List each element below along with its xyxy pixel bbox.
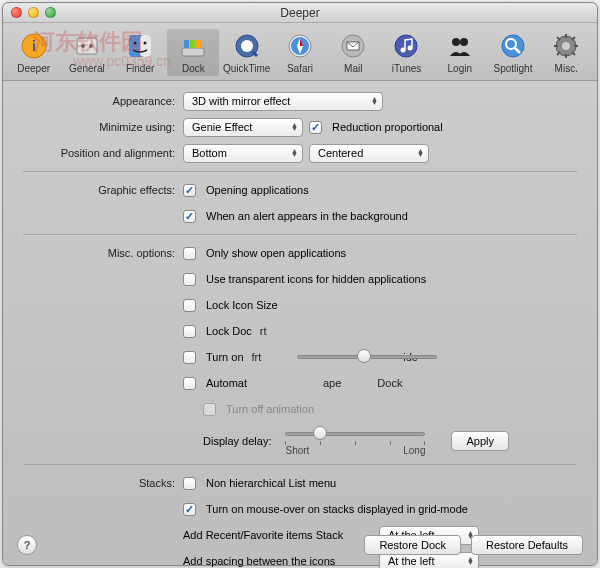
titlebar: Deeper bbox=[3, 3, 597, 23]
reduction-checkbox[interactable] bbox=[309, 121, 322, 134]
content-area: Appearance: 3D with mirror effect ▲▼ Min… bbox=[3, 81, 597, 568]
appearance-select[interactable]: 3D with mirror effect ▲▼ bbox=[183, 92, 383, 111]
mail-icon bbox=[338, 31, 368, 61]
turn-off-anim-label: Turn off animation bbox=[226, 403, 314, 415]
svg-text:i: i bbox=[32, 38, 36, 54]
text-fragment: frt bbox=[252, 351, 262, 363]
preferences-window: Deeper 河东软件园 www.pc0359.cn i Deeper Gene… bbox=[2, 2, 598, 566]
svg-line-34 bbox=[572, 37, 575, 40]
turn-off-anim-checkbox bbox=[203, 403, 216, 416]
svg-rect-6 bbox=[140, 35, 151, 57]
svg-point-14 bbox=[241, 40, 253, 52]
lock-dock-checkbox[interactable] bbox=[183, 325, 196, 338]
tab-misc[interactable]: Misc. bbox=[540, 29, 592, 76]
tab-general[interactable]: General bbox=[61, 29, 113, 76]
minimize-select[interactable]: Genie Effect ▲▼ bbox=[183, 118, 303, 137]
finder-icon bbox=[125, 31, 155, 61]
position-label: Position and alignment: bbox=[23, 147, 183, 159]
transparent-label: Use transparent icons for hidden applica… bbox=[206, 273, 426, 285]
stacks-label: Stacks: bbox=[23, 477, 183, 489]
slider-labels: Short Long bbox=[285, 445, 425, 456]
restore-defaults-button[interactable]: Restore Defaults bbox=[471, 535, 583, 555]
svg-rect-10 bbox=[184, 40, 189, 48]
deeper-icon: i bbox=[19, 31, 49, 61]
lock-dock-label: Lock Doc bbox=[206, 325, 252, 337]
tab-finder[interactable]: Finder bbox=[114, 29, 166, 76]
mouseover-checkbox[interactable] bbox=[183, 503, 196, 516]
safari-icon bbox=[285, 31, 315, 61]
gear-icon bbox=[551, 31, 581, 61]
divider bbox=[23, 171, 577, 172]
tab-dock[interactable]: Dock bbox=[167, 29, 219, 76]
chevron-updown-icon: ▲▼ bbox=[291, 123, 298, 131]
general-icon bbox=[72, 31, 102, 61]
tab-deeper[interactable]: i Deeper bbox=[8, 29, 60, 76]
zoom-button[interactable] bbox=[45, 7, 56, 18]
svg-point-24 bbox=[502, 35, 524, 57]
svg-point-19 bbox=[395, 35, 417, 57]
display-delay-slider[interactable] bbox=[285, 425, 425, 443]
chevron-updown-icon: ▲▼ bbox=[291, 149, 298, 157]
turn-on-label: Turn on bbox=[206, 351, 244, 363]
chevron-updown-icon: ▲▼ bbox=[417, 149, 424, 157]
tab-itunes[interactable]: iTunes bbox=[380, 29, 432, 76]
only-open-label: Only show open applications bbox=[206, 247, 346, 259]
apply-button[interactable]: Apply bbox=[451, 431, 509, 451]
reduction-label: Reduction proportional bbox=[332, 121, 443, 133]
lock-size-checkbox[interactable] bbox=[183, 299, 196, 312]
position-select[interactable]: Bottom ▲▼ bbox=[183, 144, 303, 163]
tab-quicktime[interactable]: QuickTime bbox=[221, 29, 273, 76]
footer: ? Restore Dock Restore Defaults bbox=[17, 535, 583, 555]
opening-apps-checkbox[interactable] bbox=[183, 184, 196, 197]
lock-size-label: Lock Icon Size bbox=[206, 299, 278, 311]
window-title: Deeper bbox=[3, 6, 597, 20]
add-spacing-label: Add spacing between the icons bbox=[183, 555, 373, 567]
spotlight-icon bbox=[498, 31, 528, 61]
help-button[interactable]: ? bbox=[17, 535, 37, 555]
svg-point-22 bbox=[452, 38, 460, 46]
only-open-checkbox[interactable] bbox=[183, 247, 196, 260]
hide-slider[interactable] bbox=[297, 348, 437, 366]
alert-bg-label: When an alert appears in the background bbox=[206, 210, 408, 222]
graphic-label: Graphic effects: bbox=[23, 184, 183, 196]
svg-line-35 bbox=[557, 52, 560, 55]
divider bbox=[23, 234, 577, 235]
turn-on-checkbox[interactable] bbox=[183, 351, 196, 364]
alignment-select[interactable]: Centered ▲▼ bbox=[309, 144, 429, 163]
login-icon bbox=[445, 31, 475, 61]
svg-rect-12 bbox=[196, 40, 201, 48]
text-fragment: Dock bbox=[377, 377, 402, 389]
text-fragment: ape bbox=[323, 377, 341, 389]
restore-dock-button[interactable]: Restore Dock bbox=[364, 535, 461, 555]
misc-label: Misc. options: bbox=[23, 247, 183, 259]
appearance-label: Appearance: bbox=[23, 95, 183, 107]
close-button[interactable] bbox=[11, 7, 22, 18]
window-controls bbox=[11, 7, 56, 18]
automat-label: Automat bbox=[206, 377, 247, 389]
svg-point-4 bbox=[89, 44, 93, 48]
svg-rect-9 bbox=[182, 48, 204, 56]
minimize-button[interactable] bbox=[28, 7, 39, 18]
toolbar: i Deeper General Finder Dock QuickTime S… bbox=[3, 23, 597, 81]
alert-bg-checkbox[interactable] bbox=[183, 210, 196, 223]
chevron-updown-icon: ▲▼ bbox=[467, 557, 474, 565]
opening-apps-label: Opening applications bbox=[206, 184, 309, 196]
transparent-checkbox[interactable] bbox=[183, 273, 196, 286]
tab-mail[interactable]: Mail bbox=[327, 29, 379, 76]
chevron-updown-icon: ▲▼ bbox=[371, 97, 378, 105]
svg-point-3 bbox=[81, 44, 85, 48]
automat-checkbox[interactable] bbox=[183, 377, 196, 390]
quicktime-icon bbox=[232, 31, 262, 61]
tab-spotlight[interactable]: Spotlight bbox=[487, 29, 539, 76]
svg-point-27 bbox=[562, 42, 570, 50]
minimize-label: Minimize using: bbox=[23, 121, 183, 133]
svg-point-7 bbox=[134, 42, 137, 45]
non-hier-checkbox[interactable] bbox=[183, 477, 196, 490]
mouseover-label: Turn on mouse-over on stacks displayed i… bbox=[206, 503, 468, 515]
svg-point-8 bbox=[144, 42, 147, 45]
itunes-icon bbox=[391, 31, 421, 61]
text-fragment: rt bbox=[260, 325, 267, 337]
dock-icon bbox=[178, 31, 208, 61]
tab-safari[interactable]: Safari bbox=[274, 29, 326, 76]
tab-login[interactable]: Login bbox=[434, 29, 486, 76]
